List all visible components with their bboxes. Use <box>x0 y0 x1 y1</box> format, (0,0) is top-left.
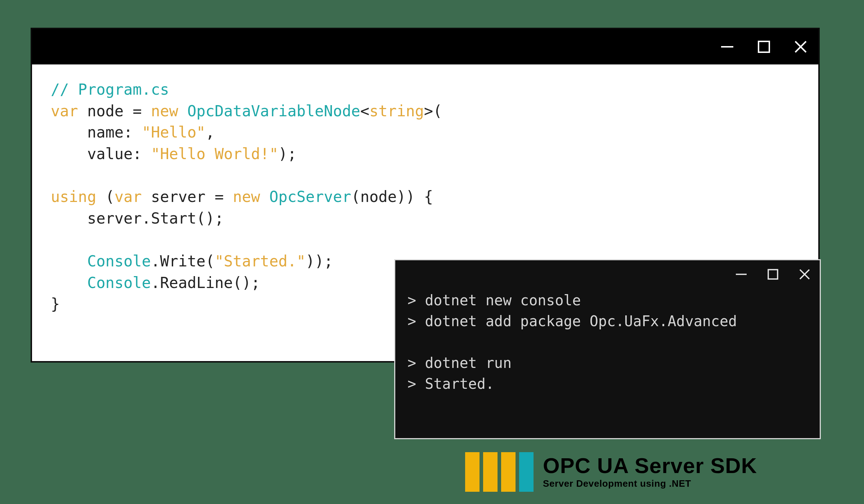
code-str: "Hello World!" <box>151 145 278 163</box>
maximize-icon[interactable] <box>766 268 779 281</box>
minimize-icon[interactable] <box>719 39 735 55</box>
terminal-line: > dotnet new console <box>408 292 581 309</box>
code-type: OpcServer <box>260 188 351 206</box>
code-kw: var <box>114 188 142 206</box>
code-text: server = <box>142 188 233 206</box>
code-type: OpcDataVariableNode <box>178 102 360 120</box>
terminal-line: > dotnet run <box>408 355 512 371</box>
code-text <box>51 252 87 270</box>
close-icon[interactable] <box>792 39 809 55</box>
code-type: Console <box>87 252 151 270</box>
code-text <box>51 274 87 292</box>
terminal-line: > dotnet add package Opc.UaFx.Advanced <box>408 313 737 329</box>
logo-bar <box>483 452 498 492</box>
svg-rect-1 <box>759 41 769 52</box>
logo-bar <box>519 452 534 492</box>
logo-title: OPC UA Server SDK <box>543 455 757 477</box>
code-text: ( <box>96 188 114 206</box>
logo-title-main: OPC UA Server <box>543 454 710 478</box>
code-kw: new <box>151 102 178 120</box>
code-text: name: <box>51 123 142 141</box>
code-text: .Write( <box>151 252 215 270</box>
code-text: )); <box>306 252 333 270</box>
code-kw: var <box>51 102 78 120</box>
code-text: ( <box>433 102 442 120</box>
terminal-body[interactable]: > dotnet new console > dotnet add packag… <box>395 288 820 394</box>
code-comment: // Program.cs <box>51 81 169 98</box>
code-text: , <box>206 123 215 141</box>
terminal-line: > Started. <box>408 375 494 392</box>
minimize-icon[interactable] <box>734 267 748 282</box>
code-kw: using <box>51 188 96 206</box>
svg-rect-5 <box>768 270 778 279</box>
code-kw: new <box>233 188 260 206</box>
code-text: ); <box>278 145 297 163</box>
logo-subtitle: Server Development using .NET <box>543 478 757 489</box>
code-text: node = <box>78 102 151 120</box>
logo-title-sdk: SDK <box>710 454 757 478</box>
code-text: .ReadLine(); <box>151 274 260 292</box>
code-str: "Hello" <box>142 123 206 141</box>
logo-text: OPC UA Server SDK Server Development usi… <box>543 455 757 489</box>
code-generic: string <box>369 102 424 120</box>
code-text: < <box>360 102 369 120</box>
product-logo: OPC UA Server SDK Server Development usi… <box>465 452 757 492</box>
code-str: "Started." <box>215 252 306 270</box>
logo-bars-icon <box>465 452 534 492</box>
code-text: > <box>424 102 433 120</box>
code-type: Console <box>87 274 151 292</box>
code-text: server.Start(); <box>51 210 224 227</box>
maximize-icon[interactable] <box>756 39 771 54</box>
code-text: } <box>51 295 60 313</box>
code-text: value: <box>51 145 151 163</box>
logo-bar <box>501 452 516 492</box>
logo-bar <box>465 452 480 492</box>
terminal-window: > dotnet new console > dotnet add packag… <box>394 259 821 439</box>
close-icon[interactable] <box>797 267 812 282</box>
code-text: (node)) { <box>351 188 433 206</box>
terminal-titlebar[interactable] <box>395 260 820 288</box>
editor-titlebar[interactable] <box>32 29 818 64</box>
